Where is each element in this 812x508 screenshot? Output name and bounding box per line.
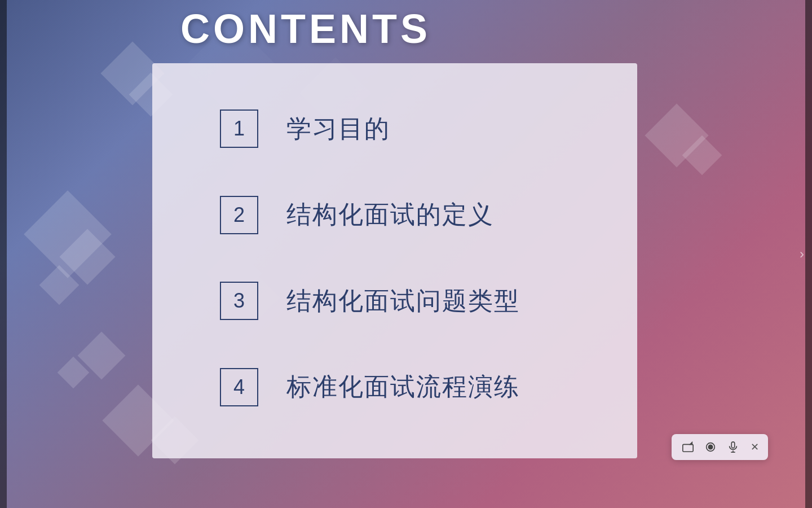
page-title: CONTENTS: [180, 6, 431, 52]
item-number-box-1: 1: [220, 110, 258, 148]
main-container: CONTENTS 1 学习目的 2 结构化面试的定义 3 结构化面试问题类型: [0, 0, 812, 508]
svg-point-3: [708, 445, 712, 449]
microphone-button[interactable]: [726, 440, 740, 454]
right-arrow-icon[interactable]: ›: [800, 246, 804, 262]
svg-marker-1: [690, 443, 692, 445]
list-item: 4 标准化面试流程演练: [220, 368, 603, 406]
item-number-box-2: 2: [220, 196, 258, 234]
item-number-4: 4: [233, 375, 245, 399]
item-number-box-3: 3: [220, 282, 258, 320]
list-item: 3 结构化面试问题类型: [220, 282, 603, 320]
camera-button[interactable]: [681, 440, 695, 454]
item-number-3: 3: [233, 289, 245, 313]
close-button[interactable]: ✕: [751, 441, 759, 453]
item-number-box-4: 4: [220, 368, 258, 406]
media-controls-widget: ✕: [672, 434, 768, 460]
svg-rect-0: [683, 444, 693, 452]
item-number-2: 2: [233, 203, 245, 227]
item-number-1: 1: [233, 117, 245, 141]
content-card: 1 学习目的 2 结构化面试的定义 3 结构化面试问题类型 4 标准化面试流程演…: [152, 63, 637, 458]
list-item: 1 学习目的: [220, 110, 603, 148]
record-button[interactable]: [703, 440, 718, 454]
item-text-1: 学习目的: [286, 112, 390, 146]
item-text-4: 标准化面试流程演练: [286, 370, 520, 404]
item-text-3: 结构化面试问题类型: [286, 284, 520, 318]
list-item: 2 结构化面试的定义: [220, 196, 603, 234]
svg-rect-4: [731, 442, 735, 448]
item-text-2: 结构化面试的定义: [286, 198, 494, 231]
